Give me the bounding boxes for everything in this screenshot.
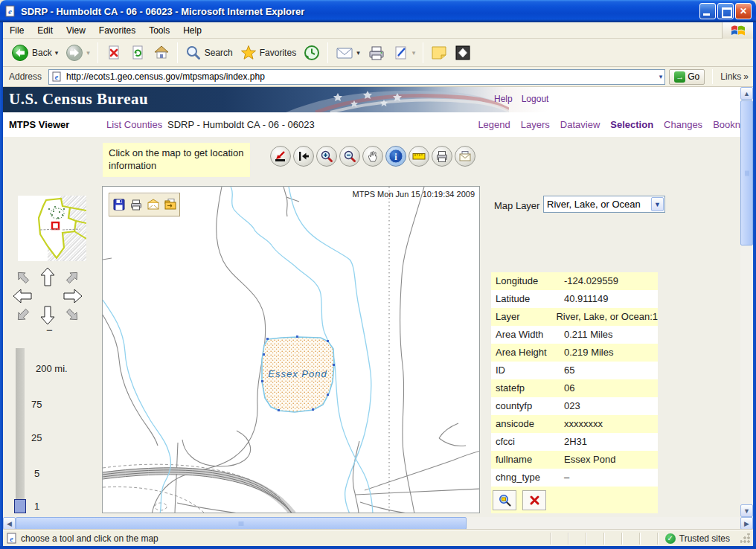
print-icon[interactable]: [129, 198, 143, 211]
scroll-left-button[interactable]: ◀: [3, 517, 16, 530]
nav-changes[interactable]: Changes: [664, 119, 702, 130]
nav-legend[interactable]: Legend: [478, 119, 510, 130]
table-actions-row: [491, 487, 658, 513]
list-counties-link[interactable]: List Counties: [106, 119, 162, 130]
scale-label-25: 25: [31, 432, 42, 443]
pan-w-button[interactable]: [13, 289, 31, 303]
close-button[interactable]: ✕: [735, 3, 752, 19]
search-button[interactable]: Search: [182, 42, 237, 63]
print-button[interactable]: [364, 42, 389, 63]
row-label: ID: [491, 362, 564, 379]
map-tools-row: i: [270, 146, 475, 167]
table-row: ID65: [491, 362, 658, 379]
nav-bookmarks[interactable]: Bookn: [713, 119, 740, 130]
select-dropdown-icon[interactable]: ▼: [651, 197, 664, 211]
stop-button[interactable]: [102, 42, 126, 63]
minimize-button[interactable]: [699, 3, 716, 19]
note-button[interactable]: [427, 42, 451, 63]
back-icon: [11, 44, 29, 62]
links-button[interactable]: Links »: [720, 71, 750, 82]
links-label: Links: [720, 71, 741, 82]
discuss-button[interactable]: [451, 42, 475, 63]
back-dropdown-icon[interactable]: ▾: [55, 49, 59, 57]
table-row: chng_type–: [491, 469, 658, 487]
mail-button[interactable]: ▾: [332, 42, 364, 63]
favorites-button[interactable]: Favorites: [237, 42, 300, 63]
identify-button[interactable]: i: [385, 146, 406, 167]
pan-button[interactable]: [362, 146, 383, 167]
scroll-up-button[interactable]: ▲: [740, 87, 753, 100]
pan-e-button[interactable]: [64, 289, 82, 303]
horizontal-scrollbar[interactable]: ◀ ▶: [3, 517, 753, 530]
pan-nw-button[interactable]: [15, 269, 31, 285]
pan-s-button[interactable]: [41, 306, 54, 324]
delete-feature-button[interactable]: [522, 490, 546, 510]
measure-button[interactable]: [409, 146, 429, 167]
nav-layers[interactable]: Layers: [521, 119, 550, 130]
nav-selection[interactable]: Selection: [610, 119, 653, 130]
home-button[interactable]: [150, 42, 173, 63]
row-value: 06: [564, 379, 658, 397]
zoom-to-feature-button[interactable]: [493, 490, 516, 510]
history-button[interactable]: [300, 42, 324, 63]
refresh-button[interactable]: [126, 42, 150, 63]
window-border-right: [753, 22, 756, 546]
pan-ne-button[interactable]: [65, 269, 80, 285]
zoom-in-button[interactable]: [316, 146, 337, 167]
go-button[interactable]: → Go: [669, 69, 705, 85]
mail-dropdown-icon[interactable]: ▾: [356, 49, 360, 57]
edit-button[interactable]: ▾: [389, 42, 420, 63]
map-layer-select[interactable]: River, Lake, or Ocean ▼: [543, 196, 665, 213]
address-bar: Address e ▾ → Go Links »: [3, 67, 753, 87]
pan-se-button[interactable]: [65, 307, 80, 323]
address-dropdown-icon[interactable]: ▾: [659, 73, 663, 80]
export-icon[interactable]: [164, 198, 177, 211]
overview-map[interactable]: [18, 196, 86, 261]
address-input[interactable]: [65, 71, 656, 83]
row-label: ansicode: [491, 415, 564, 433]
email-icon[interactable]: [147, 198, 160, 211]
menu-view[interactable]: View: [60, 24, 92, 37]
nav-dataview[interactable]: Dataview: [560, 119, 600, 130]
svg-text:e: e: [8, 7, 12, 16]
horizontal-scroll-thumb[interactable]: [16, 517, 467, 530]
pan-sw-button[interactable]: [15, 307, 31, 323]
menu-favorites[interactable]: Favorites: [92, 24, 142, 37]
forward-button[interactable]: ▾: [62, 42, 94, 64]
scroll-down-button[interactable]: ▼: [740, 504, 753, 517]
zoom-out-button[interactable]: [339, 146, 360, 167]
menu-tools[interactable]: Tools: [142, 24, 176, 37]
menu-help[interactable]: Help: [176, 24, 208, 37]
window-border-left: [0, 22, 3, 546]
discuss-icon: [455, 45, 471, 61]
maximize-button[interactable]: [717, 3, 734, 19]
map-canvas[interactable]: Essex Pond MTPS Mon Jun 15 10:19:34 2009: [102, 186, 480, 513]
zoom-slider-thumb[interactable]: [14, 499, 26, 513]
scale-label-75: 75: [31, 399, 42, 410]
zoom-slider-track[interactable]: [16, 348, 25, 513]
resize-grip[interactable]: [740, 533, 750, 543]
back-button[interactable]: Back ▾: [7, 42, 62, 64]
export-map-button[interactable]: [455, 146, 475, 167]
previous-extent-button[interactable]: [293, 146, 314, 167]
status-cell: [621, 533, 639, 545]
save-icon[interactable]: [112, 198, 126, 211]
zoom-in-icon: [320, 150, 333, 163]
pan-n-button[interactable]: [41, 268, 54, 286]
svg-text:e: e: [55, 73, 59, 81]
table-row: statefp06: [491, 379, 658, 397]
zoom-extent-button[interactable]: [270, 146, 291, 167]
vertical-scrollbar[interactable]: ▲ ▼: [740, 87, 753, 517]
home-icon: [153, 45, 170, 61]
logout-link[interactable]: Logout: [522, 94, 549, 104]
map-mini-toolbar: [109, 193, 180, 216]
help-link[interactable]: Help: [494, 94, 513, 104]
scroll-right-button[interactable]: ▶: [740, 517, 753, 530]
vertical-scroll-thumb[interactable]: [740, 100, 753, 245]
print-map-button[interactable]: [432, 146, 452, 167]
menu-edit[interactable]: Edit: [31, 24, 60, 37]
forward-icon: [65, 44, 83, 62]
menu-file[interactable]: File: [3, 24, 31, 37]
print-map-icon: [435, 150, 449, 163]
row-label: chng_type: [491, 469, 564, 487]
